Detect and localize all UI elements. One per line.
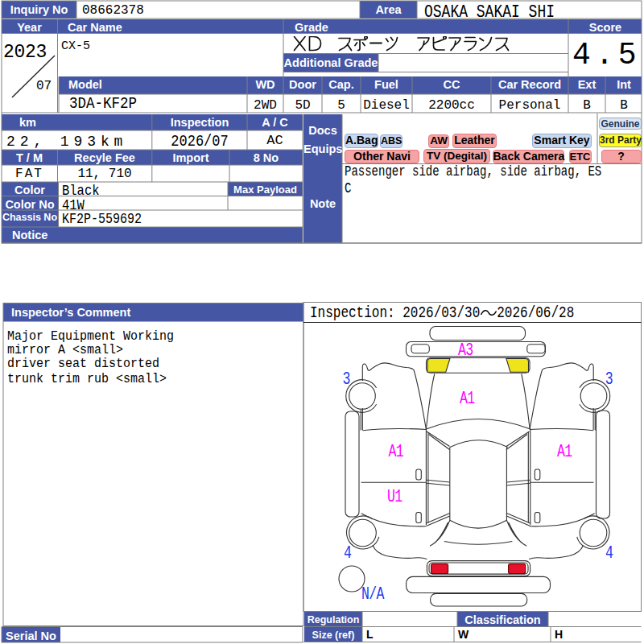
svg-text:4: 4 [344,543,351,564]
svg-text:A3: A3 [458,341,473,361]
svg-text:U1: U1 [387,487,402,507]
svg-text:N/A: N/A [361,584,385,605]
svg-text:3: 3 [343,369,350,390]
svg-text:A1: A1 [389,442,404,462]
svg-text:A1: A1 [460,389,475,409]
svg-text:A1: A1 [557,442,572,462]
svg-text:3: 3 [605,369,613,390]
svg-text:4: 4 [605,543,613,564]
